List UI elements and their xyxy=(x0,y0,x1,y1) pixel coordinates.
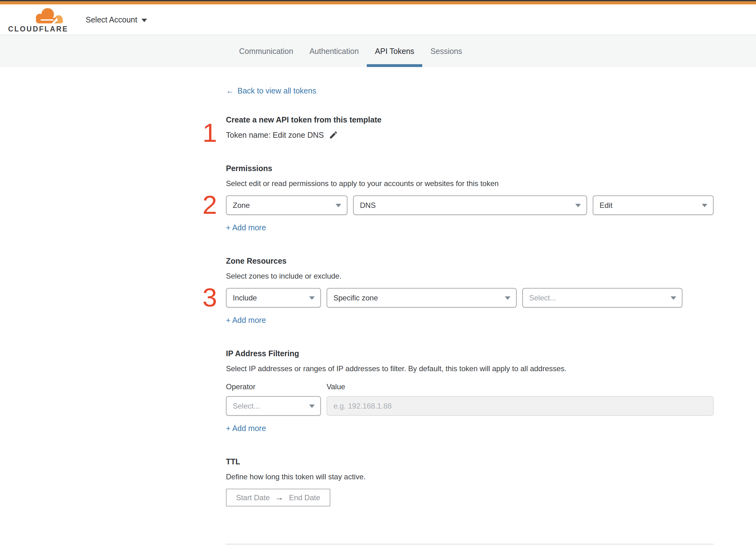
tab-sessions[interactable]: Sessions xyxy=(422,35,470,67)
zone-operator-select[interactable]: Include xyxy=(226,288,321,308)
tab-api-tokens[interactable]: API Tokens xyxy=(367,35,422,67)
chevron-down-icon xyxy=(671,297,676,300)
ttl-date-range-picker[interactable]: Start Date → End Date xyxy=(226,489,330,506)
token-name-text: Token name: Edit zone DNS xyxy=(226,131,324,140)
zone-picker-select[interactable]: Select... xyxy=(522,288,682,308)
section-zone-resources: Zone Resources Select zones to include o… xyxy=(226,256,714,325)
permissions-title: Permissions xyxy=(226,164,714,173)
footer-divider xyxy=(226,544,714,544)
chevron-down-icon xyxy=(141,19,147,22)
step-marker-2: 2 xyxy=(200,192,219,218)
start-date-placeholder: Start Date xyxy=(236,493,269,502)
chevron-down-icon xyxy=(505,297,511,300)
ip-operator-select[interactable]: Select... xyxy=(226,396,321,416)
zone-type-select[interactable]: Specific zone xyxy=(326,288,517,308)
operator-column-label: Operator xyxy=(226,382,255,391)
zone-operator-value: Include xyxy=(233,294,257,302)
permission-resource-select[interactable]: DNS xyxy=(353,195,587,215)
page-title: Create a new API token from this templat… xyxy=(226,115,714,124)
back-link-label: Back to view all tokens xyxy=(237,86,316,95)
permission-access-value: Edit xyxy=(600,201,612,210)
section-permissions: Permissions Select edit or read permissi… xyxy=(226,164,714,232)
account-selector[interactable]: Select Account xyxy=(86,4,147,35)
account-selector-label: Select Account xyxy=(86,15,137,24)
top-orange-strip xyxy=(0,1,756,4)
ip-value-input[interactable] xyxy=(326,396,714,416)
zone-resources-description: Select zones to include or exclude. xyxy=(226,272,714,281)
permission-access-select[interactable]: Edit xyxy=(593,195,714,215)
zone-resources-add-more-link[interactable]: + Add more xyxy=(226,316,266,325)
chevron-down-icon xyxy=(309,297,315,300)
left-arrow-icon: ← xyxy=(226,86,234,95)
section-token-name: 1 Create a new API token from this templ… xyxy=(226,115,714,140)
cloudflare-logo: CLOUDFLARE xyxy=(8,7,70,35)
value-column-label: Value xyxy=(326,382,345,391)
chevron-down-icon xyxy=(702,204,707,207)
ttl-description: Define how long this token will stay act… xyxy=(226,473,714,481)
section-ttl: TTL Define how long this token will stay… xyxy=(226,457,714,506)
zone-picker-placeholder: Select... xyxy=(529,294,556,302)
main-content: ← Back to view all tokens 1 Create a new… xyxy=(226,67,714,551)
back-to-tokens-link[interactable]: ← Back to view all tokens xyxy=(226,86,316,95)
zone-resources-title: Zone Resources xyxy=(226,256,714,265)
right-arrow-icon: → xyxy=(275,493,283,502)
tab-communication[interactable]: Communication xyxy=(231,35,301,67)
step-marker-3: 3 xyxy=(200,284,219,311)
ttl-title: TTL xyxy=(226,457,714,466)
tab-authentication[interactable]: Authentication xyxy=(301,35,367,67)
permissions-description: Select edit or read permissions to apply… xyxy=(226,179,714,188)
cloudflare-cloud-icon xyxy=(34,7,64,24)
permissions-add-more-link[interactable]: + Add more xyxy=(226,223,266,232)
ip-filtering-description: Select IP addresses or ranges of IP addr… xyxy=(226,364,714,373)
ip-operator-placeholder: Select... xyxy=(233,402,260,411)
chevron-down-icon xyxy=(309,405,315,408)
permission-resource-value: DNS xyxy=(360,201,376,210)
permission-scope-value: Zone xyxy=(233,201,250,210)
zone-type-value: Specific zone xyxy=(333,294,378,302)
permission-scope-select[interactable]: Zone xyxy=(226,195,347,215)
pencil-icon[interactable] xyxy=(329,130,338,140)
section-ip-filtering: IP Address Filtering Select IP addresses… xyxy=(226,349,714,433)
header: CLOUDFLARE Select Account xyxy=(0,4,756,35)
brand-wordmark: CLOUDFLARE xyxy=(8,25,68,33)
end-date-placeholder: End Date xyxy=(289,493,320,502)
ip-filtering-add-more-link[interactable]: + Add more xyxy=(226,424,266,433)
chevron-down-icon xyxy=(575,204,581,207)
tab-bar: Communication Authentication API Tokens … xyxy=(0,35,756,67)
chevron-down-icon xyxy=(335,204,341,207)
step-marker-1: 1 xyxy=(200,120,219,146)
ip-filtering-title: IP Address Filtering xyxy=(226,349,714,358)
